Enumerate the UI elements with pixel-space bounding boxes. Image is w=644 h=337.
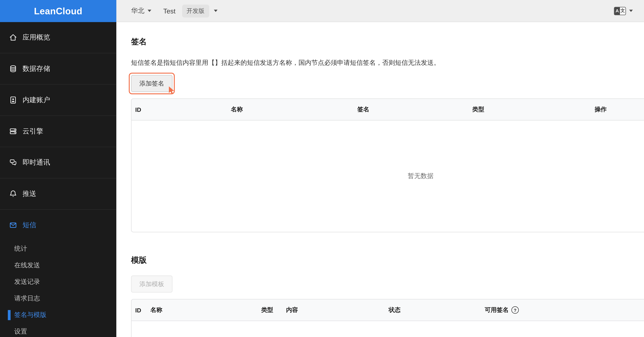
column-header-id: ID [132, 106, 227, 113]
sidebar-item-app-overview[interactable]: 应用概览 [0, 22, 116, 53]
active-indicator-bar [8, 310, 10, 320]
sidebar: LeanCloud 应用概览 数据存储 内建账户 [0, 0, 116, 337]
sidebar-subitem-signature-templates[interactable]: 签名与模版 [0, 307, 116, 324]
column-header-available-signatures: 可用签名 ? [481, 306, 598, 314]
subitem-label: 发送记录 [14, 278, 40, 286]
sidebar-item-data-storage[interactable]: 数据存储 [0, 53, 116, 84]
sidebar-item-instant-messaging[interactable]: 即时通讯 [0, 147, 116, 178]
sidebar-item-sms[interactable]: 短信 [0, 209, 116, 241]
subitem-label: 签名与模版 [14, 311, 46, 319]
translate-icon: A文 [614, 7, 626, 15]
sidebar-item-label: 内建账户 [22, 96, 50, 104]
envelope-icon [8, 220, 18, 230]
sidebar-item-label: 数据存储 [22, 64, 50, 73]
column-header-status: 状态 [385, 306, 481, 314]
column-header-content: 内容 [282, 306, 385, 314]
column-header-actions: 操作 [591, 106, 644, 114]
sidebar-item-label: 推送 [22, 190, 36, 198]
column-header-type: 类型 [469, 106, 591, 114]
sidebar-item-label: 云引擎 [22, 127, 43, 136]
id-card-icon [8, 96, 18, 104]
home-icon [8, 33, 18, 42]
column-header-type: 类型 [258, 306, 282, 314]
sidebar-sms-submenu: 统计 在线发送 发送记录 请求日志 签名与模版 设置 [0, 240, 116, 337]
env-badge: 开发版 [182, 4, 209, 17]
language-dropdown[interactable]: A文 [614, 7, 633, 15]
template-table-header: ID 名称 类型 内容 状态 可用签名 ? 操作 [132, 300, 644, 321]
sidebar-item-built-in-accounts[interactable]: 内建账户 [0, 84, 116, 116]
sidebar-item-label: 短信 [22, 221, 36, 230]
add-signature-button[interactable]: 添加签名 [131, 75, 172, 92]
signature-description: 短信签名是指短信内容里用【】括起来的短信发送方名称，国内节点必须申请短信签名，否… [131, 60, 644, 66]
add-template-button-row: 添加模板 [131, 276, 644, 292]
main-content: 签名 短信签名是指短信内容里用【】括起来的短信发送方名称，国内节点必须申请短信签… [116, 22, 644, 337]
topbar: 华北 Test 开发版 A文 帮助 [116, 0, 644, 22]
chevron-down-icon [148, 10, 151, 12]
template-table: ID 名称 类型 内容 状态 可用签名 ? 操作 [131, 299, 644, 337]
bell-icon [8, 189, 18, 198]
subitem-label: 在线发送 [14, 261, 40, 270]
signature-table: ID 名称 签名 类型 操作 暂无数据 [131, 98, 644, 232]
topbar-right: A文 帮助 [614, 0, 644, 22]
template-section-title: 模版 [131, 256, 644, 264]
sidebar-item-label: 应用概览 [22, 33, 50, 42]
sidebar-subitem-stats[interactable]: 统计 [0, 240, 116, 257]
signature-section-title: 签名 [131, 38, 644, 46]
add-signature-button-wrap: 添加签名 [131, 75, 172, 92]
chevron-down-icon [214, 10, 218, 12]
server-icon [8, 127, 18, 136]
column-header-signature: 签名 [354, 106, 469, 114]
subitem-label: 请求日志 [14, 294, 40, 302]
sidebar-subitem-online-send[interactable]: 在线发送 [0, 257, 116, 274]
sidebar-subitem-settings[interactable]: 设置 [0, 323, 116, 337]
subitem-label: 设置 [14, 328, 27, 336]
column-header-name: 名称 [227, 106, 354, 114]
chevron-down-icon [629, 10, 633, 12]
signature-table-header: ID 名称 签名 类型 操作 [132, 99, 644, 120]
column-header-actions: 操作 [598, 306, 644, 314]
database-icon [8, 64, 18, 73]
region-dropdown[interactable]: 华北 [131, 6, 151, 15]
column-header-id: ID [132, 306, 147, 314]
environment-dropdown[interactable]: 开发版 [182, 4, 218, 17]
sidebar-item-push[interactable]: 推送 [0, 178, 116, 209]
sidebar-item-cloud-engine[interactable]: 云引擎 [0, 116, 116, 147]
app-name: Test [163, 7, 176, 14]
app-window: LeanCloud 应用概览 数据存储 内建账户 [0, 0, 644, 337]
help-icon[interactable]: ? [512, 306, 519, 314]
sidebar-item-label: 即时通讯 [22, 158, 50, 167]
mouse-cursor-icon [168, 86, 175, 96]
column-header-name: 名称 [147, 306, 258, 314]
empty-state-text: 暂无数据 [132, 120, 644, 232]
add-template-button[interactable]: 添加模板 [131, 276, 172, 292]
subitem-label: 统计 [14, 245, 27, 253]
sidebar-main-nav: 应用概览 数据存储 内建账户 云引擎 [0, 22, 116, 240]
region-label: 华北 [131, 6, 144, 15]
chat-icon [8, 158, 18, 167]
leancloud-logo[interactable]: LeanCloud [0, 0, 116, 22]
sidebar-subitem-request-logs[interactable]: 请求日志 [0, 290, 116, 307]
template-table-body [132, 321, 644, 337]
sidebar-subitem-send-records[interactable]: 发送记录 [0, 274, 116, 290]
